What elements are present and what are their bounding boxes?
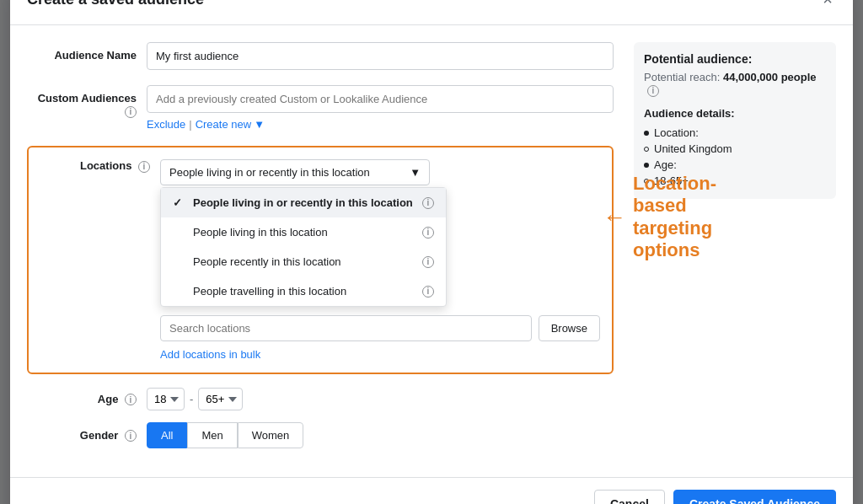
detail-location-header: Location: xyxy=(644,125,826,141)
location-option-3-info[interactable]: i xyxy=(422,285,434,298)
browse-button[interactable]: Browse xyxy=(539,315,600,341)
custom-audiences-wrap: Exclude | Create new ▼ xyxy=(147,85,614,131)
modal-title: Create a saved audience xyxy=(27,0,204,8)
audience-name-wrap xyxy=(147,42,614,70)
modal-dialog: Create a saved audience × Audience Name … xyxy=(10,0,853,504)
modal-footer: Cancel Create Saved Audience xyxy=(10,477,853,504)
gender-info-icon[interactable]: i xyxy=(125,430,137,442)
locations-row: Locations i People living in or recently… xyxy=(40,159,600,361)
age-row: Age i 18 - 65+ xyxy=(27,388,614,410)
location-option-0[interactable]: ✓ People living in or recently in this l… xyxy=(161,188,446,217)
audience-name-row: Audience Name xyxy=(27,42,614,70)
potential-audience-title: Potential audience: xyxy=(644,52,826,66)
location-dropdown-menu: ✓ People living in or recently in this l… xyxy=(160,187,447,307)
locations-label: Locations xyxy=(80,159,131,172)
gender-women-button[interactable]: Women xyxy=(238,422,304,448)
bullet-filled-0 xyxy=(644,131,649,136)
custom-audiences-row: Custom Audiences i Exclude | Create new … xyxy=(27,85,614,131)
add-locations-bulk-link[interactable]: Add locations in bulk xyxy=(160,348,260,361)
audience-links: Exclude | Create new ▼ xyxy=(147,118,614,131)
gender-button-group: All Men Women xyxy=(147,422,303,448)
location-option-1-info[interactable]: i xyxy=(422,226,434,239)
locations-info-icon[interactable]: i xyxy=(138,161,150,173)
create-saved-audience-button[interactable]: Create Saved Audience xyxy=(673,490,836,504)
reach-info-icon[interactable]: i xyxy=(647,85,659,97)
gender-all-button[interactable]: All xyxy=(147,422,187,448)
location-option-2-info[interactable]: i xyxy=(422,255,434,268)
bullet-filled-1 xyxy=(644,163,649,168)
locations-controls: People living in or recently in this loc… xyxy=(160,159,600,361)
age-separator: - xyxy=(190,393,193,405)
location-dropdown-value: People living in or recently in this loc… xyxy=(169,166,370,179)
create-new-button[interactable]: Create new ▼ xyxy=(196,118,265,131)
location-annotation: ← Location-based targeting options xyxy=(603,173,768,262)
detail-age-header: Age: xyxy=(644,157,826,173)
location-option-3[interactable]: ✓ People travelling in this location i xyxy=(161,276,446,306)
dropdown-arrow-icon: ▼ xyxy=(254,118,265,131)
arrow-icon: ← xyxy=(603,206,626,229)
potential-reach-value: 44,000,000 people xyxy=(723,71,817,83)
dropdown-chevron-icon: ▼ xyxy=(410,166,421,179)
modal-body: Audience Name Custom Audiences i Exclude xyxy=(10,25,853,477)
location-dropdown-button[interactable]: People living in or recently in this loc… xyxy=(160,159,430,185)
custom-audiences-info-icon[interactable]: i xyxy=(125,106,137,118)
custom-audiences-input[interactable] xyxy=(147,85,614,113)
detail-location-value: United Kingdom xyxy=(644,141,826,157)
location-option-2-label: People recently in this location xyxy=(193,255,341,268)
annotation-text: Location-based targeting options xyxy=(633,173,768,262)
location-option-3-label: People travelling in this location xyxy=(193,285,346,298)
location-option-1-label: People living in this location xyxy=(193,226,328,239)
bullet-empty-0 xyxy=(644,147,649,152)
audience-name-label: Audience Name xyxy=(27,42,137,62)
modal-overlay: Create a saved audience × Audience Name … xyxy=(0,0,863,504)
close-button[interactable]: × xyxy=(819,0,836,11)
audience-name-input[interactable] xyxy=(147,42,614,70)
location-option-0-info[interactable]: i xyxy=(422,196,434,209)
age-info-icon[interactable]: i xyxy=(125,394,137,405)
locations-label-wrap: Locations i xyxy=(40,159,150,173)
audience-details-title: Audience details: xyxy=(644,107,826,120)
modal-header: Create a saved audience × xyxy=(10,0,853,25)
potential-reach-label: Potential reach: xyxy=(644,71,720,83)
check-icon: ✓ xyxy=(173,196,186,209)
custom-audiences-label: Custom Audiences i xyxy=(27,85,137,118)
modal-left-panel: Audience Name Custom Audiences i Exclude xyxy=(27,42,614,460)
detail-age-label: Age: xyxy=(654,158,677,171)
detail-uk-value: United Kingdom xyxy=(654,142,732,155)
age-label: Age i xyxy=(27,393,137,406)
gender-men-button[interactable]: Men xyxy=(187,422,237,448)
cancel-button[interactable]: Cancel xyxy=(594,490,665,504)
potential-reach: Potential reach: 44,000,000 people i xyxy=(644,71,826,97)
location-option-2[interactable]: ✓ People recently in this location i xyxy=(161,247,446,276)
location-option-1[interactable]: ✓ People living in this location i xyxy=(161,217,446,247)
age-from-select[interactable]: 18 xyxy=(147,388,185,410)
age-to-select[interactable]: 65+ xyxy=(198,388,243,410)
gender-row: Gender i All Men Women xyxy=(27,422,614,448)
exclude-button[interactable]: Exclude xyxy=(147,118,185,131)
locations-section: Locations i People living in or recently… xyxy=(27,146,614,374)
link-separator: | xyxy=(189,118,191,131)
location-option-0-label: People living in or recently in this loc… xyxy=(193,196,413,209)
age-controls: 18 - 65+ xyxy=(147,388,243,410)
location-search-row: Browse xyxy=(160,315,600,341)
detail-location-label: Location: xyxy=(654,126,699,139)
gender-label: Gender i xyxy=(27,429,137,442)
location-search-input[interactable] xyxy=(160,315,532,341)
